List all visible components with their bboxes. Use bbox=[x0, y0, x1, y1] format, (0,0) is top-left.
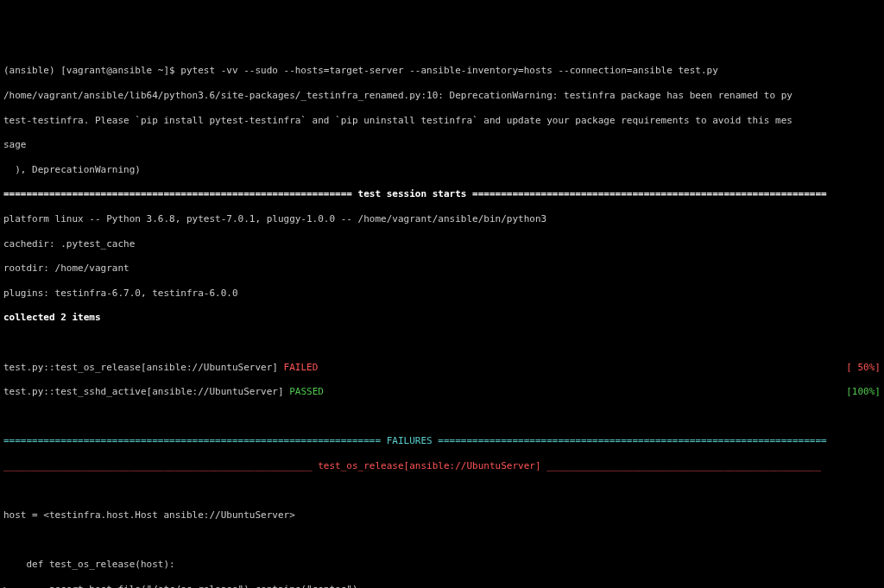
test-result-1: test.py::test_os_release[ansible://Ubunt… bbox=[3, 362, 881, 374]
def-line: def test_os_release(host): bbox=[3, 559, 881, 571]
rootdir-line: rootdir: /home/vagrant bbox=[3, 262, 881, 275]
platform-line: platform linux -- Python 3.6.8, pytest-7… bbox=[3, 213, 881, 225]
plugins-line: plugins: testinfra-6.7.0, testinfra-6.0.… bbox=[3, 288, 881, 300]
deprecation-warning: test-testinfra. Please `pip install pyte… bbox=[3, 115, 881, 127]
failure-name-rule: ________________________________________… bbox=[3, 460, 881, 472]
terminal-output: (ansible) [vagrant@ansible ~]$ pytest -v… bbox=[3, 53, 881, 588]
deprecation-warning: /home/vagrant/ansible/lib64/python3.6/si… bbox=[3, 90, 881, 102]
prompt-line[interactable]: (ansible) [vagrant@ansible ~]$ pytest -v… bbox=[3, 65, 881, 77]
deprecation-warning: ), DeprecationWarning) bbox=[3, 164, 881, 176]
session-starts-rule: ========================================… bbox=[3, 188, 881, 200]
collected-line: collected 2 items bbox=[3, 312, 881, 324]
failures-rule: ========================================… bbox=[3, 435, 881, 447]
assert-line: > assert host.file("/etc/os-release").co… bbox=[3, 584, 881, 588]
deprecation-warning: sage bbox=[3, 139, 881, 151]
host-line: host = <testinfra.host.Host ansible://Ub… bbox=[3, 509, 881, 522]
cachedir-line: cachedir: .pytest_cache bbox=[3, 238, 881, 250]
test-result-2: test.py::test_sshd_active[ansible://Ubun… bbox=[3, 386, 881, 398]
